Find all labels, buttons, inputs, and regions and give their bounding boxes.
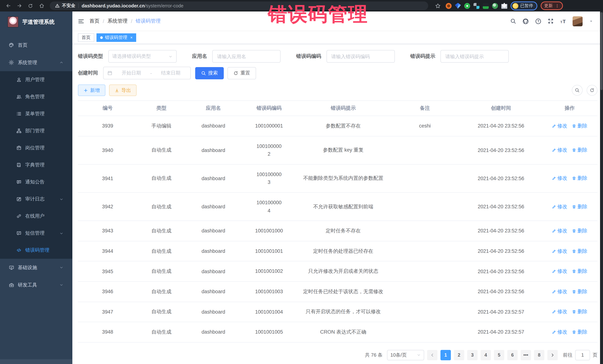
sidebar-item-label: 研发工具 bbox=[18, 282, 59, 288]
page-button-5[interactable]: 5 bbox=[494, 350, 504, 360]
browser-back-icon[interactable] bbox=[4, 1, 13, 10]
prev-page-button[interactable] bbox=[427, 350, 438, 360]
help-icon[interactable]: ? bbox=[535, 18, 541, 24]
header-actions: ? TT bbox=[510, 16, 593, 26]
delete-link[interactable]: 删除 bbox=[572, 203, 587, 210]
filter-input[interactable] bbox=[216, 53, 277, 59]
sidebar-item-审计日志[interactable]: 审计日志 bbox=[0, 190, 72, 208]
chevron-down-icon[interactable] bbox=[589, 19, 593, 23]
sidebar-item-错误码管理[interactable]: 错误码管理 bbox=[0, 242, 72, 259]
edit-link[interactable]: 修改 bbox=[552, 329, 567, 335]
filter-input[interactable] bbox=[445, 53, 505, 59]
extension-orange-icon[interactable] bbox=[446, 3, 452, 9]
edit-link[interactable]: 修改 bbox=[552, 268, 567, 275]
edit-link[interactable]: 修改 bbox=[552, 309, 567, 315]
security-label: 不安全 bbox=[62, 3, 75, 9]
security-indicator[interactable]: 不安全 bbox=[55, 3, 75, 9]
edit-link[interactable]: 修改 bbox=[552, 288, 567, 295]
chevron-down-icon bbox=[417, 353, 421, 357]
font-size-icon[interactable]: TT bbox=[560, 18, 566, 24]
delete-link[interactable]: 删除 bbox=[572, 123, 587, 129]
hamburger-icon[interactable] bbox=[78, 18, 84, 24]
extension-on-icon[interactable] bbox=[483, 3, 489, 9]
browser-forward-icon[interactable] bbox=[15, 1, 24, 10]
delete-link[interactable]: 删除 bbox=[572, 288, 587, 295]
delete-link[interactable]: 删除 bbox=[572, 175, 587, 182]
browser-update-button[interactable]: 更新 ⋮ bbox=[541, 1, 563, 10]
sidebar-item-通知公告[interactable]: 通知公告 bbox=[0, 174, 72, 190]
page-button-6[interactable]: 6 bbox=[507, 350, 518, 360]
edit-label: 修改 bbox=[557, 268, 567, 275]
delete-link[interactable]: 删除 bbox=[572, 248, 587, 254]
sidebar-item-部门管理[interactable]: 部门管理 bbox=[0, 122, 72, 139]
bookmark-star-icon[interactable] bbox=[433, 1, 442, 10]
extension-key-icon[interactable] bbox=[492, 3, 498, 9]
scrollbar-thumb[interactable] bbox=[600, 12, 603, 90]
edit-link[interactable]: 修改 bbox=[552, 175, 567, 182]
cell-app: dashboard bbox=[186, 116, 241, 136]
edit-link[interactable]: 修改 bbox=[552, 203, 567, 210]
kebab-menu-icon[interactable]: ⋮ bbox=[555, 4, 559, 8]
breadcrumb-home[interactable]: 首页 bbox=[89, 18, 99, 24]
search-icon[interactable] bbox=[510, 18, 516, 24]
extension-green-icon[interactable] bbox=[464, 3, 470, 9]
page-button-4[interactable]: 4 bbox=[481, 350, 491, 360]
sidebar-item-角色管理[interactable]: 角色管理 bbox=[0, 88, 72, 105]
delete-label: 删除 bbox=[577, 248, 587, 254]
page-button-8[interactable]: 8 bbox=[534, 350, 544, 360]
breadcrumb-system[interactable]: 系统管理 bbox=[108, 18, 128, 24]
filter-input[interactable] bbox=[330, 53, 391, 59]
browser-reload-icon[interactable] bbox=[26, 1, 35, 10]
user-avatar[interactable] bbox=[573, 16, 583, 26]
extensions-puzzle-icon[interactable] bbox=[501, 3, 507, 9]
sidebar-item-岗位管理[interactable]: 岗位管理 bbox=[0, 139, 72, 156]
edit-link[interactable]: 修改 bbox=[552, 123, 567, 129]
extension-gem-icon[interactable] bbox=[455, 3, 461, 9]
browser-home-icon[interactable] bbox=[37, 1, 46, 10]
export-button[interactable]: 导出 bbox=[109, 85, 137, 96]
tab-首页[interactable]: 首页 bbox=[78, 33, 94, 42]
delete-link[interactable]: 删除 bbox=[572, 309, 587, 315]
profile-paused-chip[interactable]: 已暂停 bbox=[510, 1, 537, 10]
sidebar-item-首页[interactable]: 首页 bbox=[0, 36, 72, 54]
sidebar-item-研发工具[interactable]: 研发工具 bbox=[0, 276, 72, 294]
page-button-1[interactable]: 1 bbox=[441, 350, 451, 360]
delete-link[interactable]: 删除 bbox=[572, 268, 587, 275]
fullscreen-icon[interactable] bbox=[548, 18, 554, 24]
add-button[interactable]: 新增 bbox=[78, 85, 105, 96]
refresh-table-button[interactable] bbox=[587, 85, 597, 96]
delete-link[interactable]: 删除 bbox=[572, 329, 587, 335]
extension-grid-icon[interactable] bbox=[474, 3, 479, 9]
sidebar-item-短信管理[interactable]: 短信管理 bbox=[0, 225, 72, 242]
reset-button[interactable]: 重置 bbox=[227, 67, 256, 79]
date-range-picker[interactable]: 开始日期 - 结束日期 bbox=[103, 67, 191, 79]
sidebar-item-菜单管理[interactable]: 菜单管理 bbox=[0, 105, 72, 122]
window-scrollbar[interactable] bbox=[600, 11, 603, 364]
sidebar-item-在线用户[interactable]: 在线用户 bbox=[0, 208, 72, 225]
toggle-search-button[interactable] bbox=[572, 85, 583, 96]
github-icon[interactable] bbox=[522, 18, 529, 24]
goto-page-input[interactable] bbox=[575, 350, 590, 360]
search-button[interactable]: 搜索 bbox=[195, 67, 224, 79]
sidebar-item-用户管理[interactable]: 用户管理 bbox=[0, 71, 72, 88]
sidebar-item-字典管理[interactable]: 字典管理 bbox=[0, 156, 72, 174]
delete-link[interactable]: 删除 bbox=[572, 147, 587, 154]
breadcrumb-separator: / bbox=[103, 18, 104, 24]
edit-link[interactable]: 修改 bbox=[552, 147, 567, 154]
delete-link[interactable]: 删除 bbox=[572, 228, 587, 234]
page-button-3[interactable]: 3 bbox=[467, 350, 477, 360]
next-page-button[interactable] bbox=[547, 350, 558, 360]
page-button-2[interactable]: 2 bbox=[454, 350, 464, 360]
edit-link[interactable]: 修改 bbox=[552, 248, 567, 254]
tab-错误码管理[interactable]: 错误码管理× bbox=[96, 33, 136, 42]
filter-select[interactable]: 请选择错误码类型 bbox=[108, 50, 176, 63]
sidebar-logo[interactable]: 芋道管理系统 bbox=[0, 11, 72, 31]
edit-link[interactable]: 修改 bbox=[552, 228, 567, 234]
more-pages-button[interactable]: ••• bbox=[521, 350, 531, 360]
sidebar-item-基础设施[interactable]: 基础设施 bbox=[0, 259, 72, 276]
sidebar-item-系统管理[interactable]: 系统管理 bbox=[0, 54, 72, 71]
page-size-select[interactable]: 10条/页 bbox=[387, 350, 424, 360]
address-bar[interactable]: 不安全 dashboard.yudao.iocoder.cn/system/er… bbox=[50, 1, 428, 10]
date-separator: - bbox=[150, 70, 152, 76]
close-icon[interactable]: × bbox=[130, 35, 133, 40]
